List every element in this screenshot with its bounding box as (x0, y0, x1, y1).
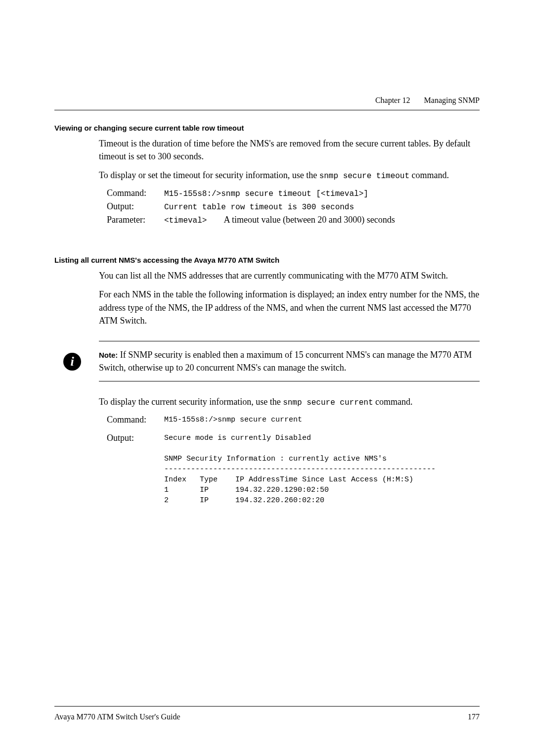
parameter-label: Parameter: (107, 215, 164, 225)
output-value: Current table row timeout is 300 seconds (164, 203, 480, 212)
text-run: command. (373, 397, 413, 407)
footer-rule (54, 706, 480, 707)
parameter-row: Parameter: <timeval> A timeout value (be… (107, 215, 480, 225)
parameter-name: <timeval> (164, 216, 207, 225)
output-text: Secure mode is currently Disabled SNMP S… (164, 433, 436, 506)
text-run: To display or set the timeout for securi… (99, 170, 319, 180)
parameter-value: <timeval> A timeout value (between 20 an… (164, 215, 480, 225)
main-content: Viewing or changing secure current table… (54, 124, 480, 506)
note-top-rule (99, 341, 480, 341)
chapter-title: Managing SNMP (424, 96, 480, 104)
command-row: Command: M15-155s8:/>snmp secure current (107, 415, 480, 425)
body-paragraph: You can list all the NMS addresses that … (99, 269, 480, 282)
text-run: To display the current security informat… (99, 397, 283, 407)
output-row: Output: Current table row timeout is 300… (107, 201, 480, 212)
body-paragraph: Timeout is the duration of time before t… (99, 137, 480, 163)
body-paragraph: To display the current security informat… (99, 395, 480, 409)
command-value: M15-155s8:/>snmp secure current (164, 415, 302, 425)
inline-command: snmp secure timeout (319, 172, 409, 181)
body-paragraph: For each NMS in the table the following … (99, 288, 480, 327)
text-run: command. (409, 170, 449, 180)
body-paragraph: To display or set the timeout for securi… (99, 169, 480, 182)
inline-command: snmp secure current (283, 398, 373, 407)
output-row: Output: Secure mode is currently Disable… (107, 433, 480, 506)
section-heading-timeout: Viewing or changing secure current table… (54, 124, 480, 132)
page-footer: Avaya M770 ATM Switch User's Guide 177 (54, 712, 480, 721)
command-label: Command: (107, 415, 164, 425)
command-output-block: Command: M15-155s8:/>snmp secure current… (107, 415, 480, 506)
note-label: Note: (99, 351, 118, 359)
parameter-description: A timeout value (between 20 and 3000) se… (223, 215, 395, 225)
output-label: Output: (107, 201, 164, 212)
note-bottom-rule (99, 381, 480, 381)
footer-left: Avaya M770 ATM Switch User's Guide (54, 712, 180, 721)
section-heading-listing: Listing all current NMS's accessing the … (54, 256, 480, 264)
command-table: Command: M15-155s8:/>snmp secure timeout… (107, 188, 480, 225)
page-number: 177 (468, 712, 480, 721)
page-header: Chapter 12 Managing SNMP (375, 96, 480, 105)
note-body: If SNMP security is enabled then a maxim… (99, 350, 472, 373)
note-block: i Note: If SNMP security is enabled then… (99, 341, 480, 381)
command-value: M15-155s8:/>snmp secure timeout [<timeva… (164, 189, 480, 198)
note-text: Note: If SNMP security is enabled then a… (99, 348, 480, 374)
command-label: Command: (107, 188, 164, 198)
info-icon: i (63, 353, 81, 371)
output-label: Output: (107, 433, 164, 443)
header-rule (54, 110, 480, 110)
chapter-label: Chapter 12 (375, 96, 410, 104)
command-row: Command: M15-155s8:/>snmp secure timeout… (107, 188, 480, 198)
